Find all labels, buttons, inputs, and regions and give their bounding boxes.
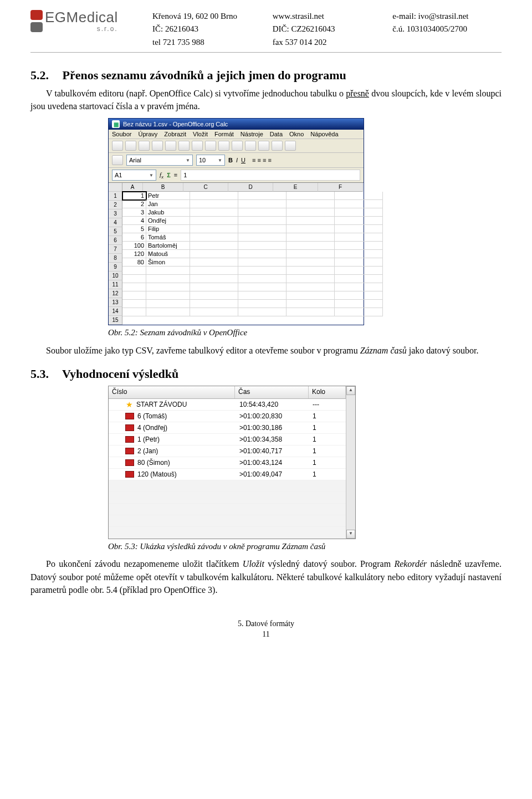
- cell[interactable]: [287, 267, 335, 275]
- row-header[interactable]: 9: [109, 263, 122, 272]
- row-header[interactable]: 15: [109, 316, 122, 325]
- col-header[interactable]: A: [122, 183, 143, 192]
- cell[interactable]: [238, 291, 287, 300]
- cell[interactable]: [287, 242, 335, 250]
- row-header[interactable]: 4: [109, 218, 122, 227]
- col-header-cas[interactable]: Čas: [235, 386, 309, 398]
- toolbar-button[interactable]: [178, 141, 190, 151]
- cell[interactable]: [238, 242, 287, 250]
- cell[interactable]: [238, 300, 287, 308]
- col-header[interactable]: E: [273, 183, 318, 192]
- toolbar-button[interactable]: [272, 141, 283, 151]
- window-titlebar[interactable]: ▦ Bez názvu 1.csv - OpenOffice.org Calc: [109, 119, 364, 130]
- cell[interactable]: [146, 267, 190, 275]
- cell[interactable]: [335, 225, 383, 233]
- cell[interactable]: Ondřej: [146, 217, 190, 225]
- cell[interactable]: [190, 192, 238, 200]
- cell[interactable]: [146, 275, 190, 283]
- results-row[interactable]: 1 (Petr)>01:00:34,3581: [109, 434, 346, 445]
- cell[interactable]: [287, 217, 335, 225]
- grid-row[interactable]: [122, 275, 383, 283]
- cell[interactable]: Petr: [146, 192, 190, 200]
- cell[interactable]: [190, 217, 238, 225]
- cell[interactable]: [238, 217, 287, 225]
- grid-row[interactable]: 2Jan: [122, 200, 383, 208]
- row-header[interactable]: 11: [109, 280, 122, 289]
- cell[interactable]: Jakub: [146, 208, 190, 217]
- cell[interactable]: [238, 208, 287, 217]
- cell[interactable]: [287, 258, 335, 267]
- row-header[interactable]: 1: [109, 192, 122, 201]
- menu-item[interactable]: Formát: [214, 131, 234, 137]
- toolbar-button[interactable]: [218, 141, 229, 151]
- scrollbar[interactable]: ▲ ▼: [346, 386, 355, 539]
- col-header-kolo[interactable]: Kolo: [309, 386, 346, 398]
- cell[interactable]: [146, 291, 190, 300]
- grid-row[interactable]: [122, 267, 383, 275]
- toolbar-button[interactable]: [125, 141, 136, 151]
- row-header[interactable]: 13: [109, 298, 122, 307]
- align-right-button[interactable]: ≡: [263, 157, 266, 163]
- align-justify-button[interactable]: ≡: [268, 157, 271, 163]
- cell[interactable]: [122, 300, 146, 308]
- cell[interactable]: [122, 275, 146, 283]
- cell[interactable]: [335, 192, 383, 200]
- cell[interactable]: [190, 208, 238, 217]
- results-row[interactable]: 2 (Jan)>01:00:40,7171: [109, 445, 346, 457]
- cell[interactable]: [335, 208, 383, 217]
- menu-item[interactable]: Zobrazit: [164, 131, 186, 137]
- align-center-button[interactable]: ≡: [257, 157, 260, 163]
- bold-button[interactable]: B: [228, 157, 233, 163]
- menu-item[interactable]: Data: [270, 131, 283, 137]
- cell[interactable]: [335, 283, 383, 291]
- menu-item[interactable]: Soubor: [112, 131, 131, 137]
- results-row[interactable]: 6 (Tomáš)>01:00:20,8301: [109, 411, 346, 422]
- cell[interactable]: 4: [122, 217, 146, 225]
- cell[interactable]: Bartoloměj: [146, 242, 190, 250]
- cell[interactable]: [190, 300, 238, 308]
- scroll-down-icon[interactable]: ▼: [346, 530, 355, 539]
- cell[interactable]: [190, 250, 238, 258]
- cell[interactable]: Tomáš: [146, 233, 190, 242]
- toolbar-button[interactable]: [258, 141, 269, 151]
- row-header[interactable]: 3: [109, 209, 122, 218]
- cell[interactable]: [287, 192, 335, 200]
- toolbar-button[interactable]: [245, 141, 256, 151]
- toolbar-button[interactable]: [112, 141, 123, 151]
- cell[interactable]: [335, 300, 383, 308]
- fx-icon[interactable]: fx: [160, 171, 163, 180]
- cell[interactable]: [335, 217, 383, 225]
- row-header[interactable]: 7: [109, 245, 122, 254]
- grid-row[interactable]: [122, 308, 383, 316]
- toolbar-button[interactable]: [205, 141, 216, 151]
- menu-item[interactable]: Úpravy: [138, 131, 157, 137]
- grid-row[interactable]: 3Jakub: [122, 208, 383, 217]
- cell[interactable]: [287, 275, 335, 283]
- col-header-cislo[interactable]: Číslo: [109, 386, 235, 398]
- italic-button[interactable]: I: [236, 157, 238, 163]
- grid-row[interactable]: 1Petr: [122, 192, 383, 200]
- toolbar-button[interactable]: [112, 155, 123, 165]
- cell[interactable]: 6: [122, 233, 146, 242]
- cell[interactable]: [190, 242, 238, 250]
- menu-item[interactable]: Nápověda: [310, 131, 338, 137]
- cell[interactable]: [335, 267, 383, 275]
- cell[interactable]: [238, 267, 287, 275]
- cell[interactable]: [238, 225, 287, 233]
- cell[interactable]: [238, 200, 287, 208]
- grid-row[interactable]: 4Ondřej: [122, 217, 383, 225]
- cell[interactable]: [190, 200, 238, 208]
- cell[interactable]: [335, 308, 383, 316]
- cell[interactable]: [335, 200, 383, 208]
- underline-button[interactable]: U: [241, 157, 245, 163]
- sum-icon[interactable]: Σ: [167, 172, 171, 178]
- cell[interactable]: 5: [122, 225, 146, 233]
- cell[interactable]: [335, 258, 383, 267]
- menu-item[interactable]: Vložit: [193, 131, 208, 137]
- cell[interactable]: [122, 267, 146, 275]
- row-header[interactable]: 8: [109, 254, 122, 263]
- cell[interactable]: [287, 308, 335, 316]
- cell[interactable]: [335, 250, 383, 258]
- cell[interactable]: [335, 275, 383, 283]
- grid-row[interactable]: [122, 291, 383, 300]
